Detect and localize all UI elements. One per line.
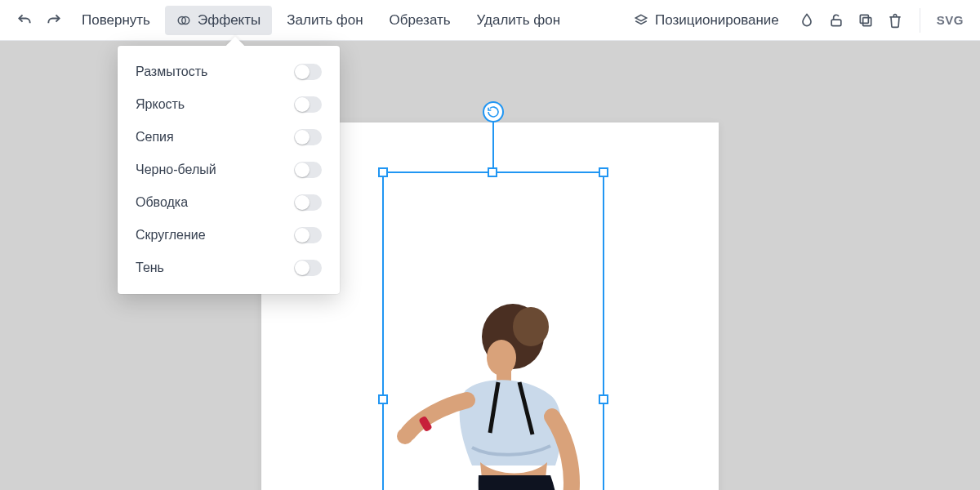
remove-bg-label: Удалить фон [477,12,560,29]
duplicate-button[interactable] [853,7,879,33]
effect-label: Размытость [136,65,207,79]
undo-button[interactable] [11,7,38,33]
effect-label: Скругление [136,228,206,243]
effect-row-blur[interactable]: Размытость [118,56,340,88]
rotate-button[interactable]: Повернуть [70,6,162,35]
effect-row-outline[interactable]: Обводка [118,186,340,219]
positioning-button[interactable]: Позиционирование [622,6,791,35]
opacity-button[interactable] [794,7,820,33]
unlock-icon [828,12,844,29]
toolbar: Повернуть Эффекты Залить фон Обрезать Уд… [0,0,980,41]
toolbar-separator [920,8,920,33]
svg-marker-2 [635,15,647,21]
effect-label: Тень [136,261,164,275]
effect-row-brightness[interactable]: Яркость [118,88,340,121]
effect-label: Сепия [136,130,174,145]
lock-button[interactable] [823,7,849,33]
rotate-icon [487,105,500,118]
layers-icon [634,13,648,28]
trash-icon [887,12,903,29]
effects-label: Эффекты [198,12,261,29]
person-illustration [376,294,604,490]
effect-row-sepia[interactable]: Сепия [118,121,340,154]
selected-image[interactable] [376,294,604,490]
fill-bg-button[interactable]: Залить фон [275,6,374,35]
resize-handle-nw[interactable] [378,167,388,177]
effect-label: Обводка [136,195,188,210]
toggle-rounding[interactable] [294,227,322,243]
effect-label: Яркость [136,97,185,112]
effect-row-shadow[interactable]: Тень [118,252,340,284]
toggle-shadow[interactable] [294,260,322,276]
effect-label: Черно-белый [136,163,216,177]
remove-bg-button[interactable]: Удалить фон [466,6,572,35]
svg-point-10 [397,428,413,444]
fill-bg-label: Залить фон [287,12,363,29]
resize-handle-ne[interactable] [599,167,608,177]
svg-rect-3 [831,20,841,25]
undo-icon [16,12,33,29]
toggle-bw[interactable] [294,162,322,178]
redo-button[interactable] [41,7,67,33]
crop-button[interactable]: Обрезать [378,6,462,35]
resize-handle-n[interactable] [488,167,497,177]
effects-dropdown: Размытость Яркость Сепия Черно-белый Обв… [118,46,340,294]
rotate-stem [492,121,494,168]
svg-rect-4 [862,17,871,25]
droplet-icon [799,12,815,29]
effect-row-rounding[interactable]: Скругление [118,219,340,252]
format-badge[interactable]: SVG [932,13,969,27]
crop-label: Обрезать [390,12,451,29]
resize-handle-w[interactable] [378,394,388,404]
resize-handle-e[interactable] [599,394,608,404]
effects-button[interactable]: Эффекты [165,6,272,35]
effects-icon [176,13,191,28]
toggle-blur[interactable] [294,64,322,80]
rotate-label: Повернуть [82,12,150,29]
toggle-outline[interactable] [294,194,322,211]
positioning-label: Позиционирование [655,12,779,29]
toggle-brightness[interactable] [294,96,322,113]
svg-rect-5 [860,15,868,23]
redo-icon [46,12,62,29]
toggle-sepia[interactable] [294,129,322,145]
copy-icon [858,12,874,29]
svg-point-7 [513,307,549,346]
delete-button[interactable] [882,7,908,33]
rotate-handle[interactable] [483,101,504,122]
effect-row-bw[interactable]: Черно-белый [118,154,340,186]
